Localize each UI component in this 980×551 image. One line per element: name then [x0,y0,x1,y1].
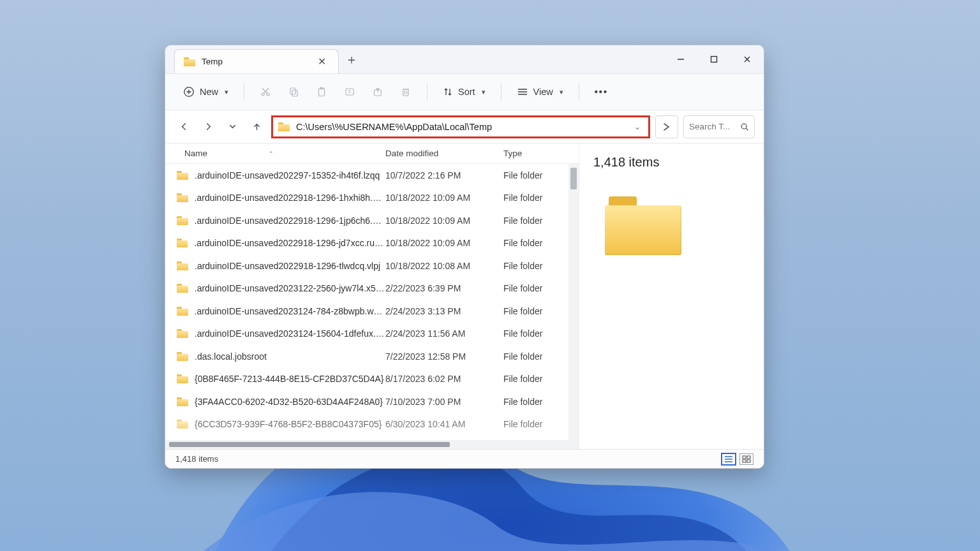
folder-icon [177,397,188,406]
file-name: .arduinoIDE-unsaved2022918-1296-jd7xcc.r… [194,238,385,248]
column-name[interactable]: Name ⌃ [184,149,385,158]
rename-button[interactable] [338,82,362,101]
sort-button[interactable]: Sort ▾ [436,83,492,101]
file-type: File folder [503,283,561,293]
svg-rect-15 [346,89,353,95]
table-row[interactable]: .arduinoIDE-unsaved2022918-1296-jd7xcc.r… [165,232,579,255]
scrollbar-thumb[interactable] [169,442,450,447]
chevron-down-icon: ▾ [482,88,486,96]
new-tab-button[interactable]: ＋ [339,45,364,73]
search-box[interactable]: Search T... [683,115,755,138]
file-date: 10/18/2022 10:09 AM [385,216,503,226]
recent-button[interactable] [223,117,242,136]
scrollbar-thumb[interactable] [570,168,577,189]
file-name: .arduinoIDE-unsaved2023122-2560-jyw7l4.x… [195,283,385,293]
address-input[interactable] [296,122,625,132]
table-row[interactable]: .arduinoIDE-unsaved2022918-1296-1hxhi8h.… [165,187,579,210]
address-history-button[interactable]: ⌄ [632,122,643,131]
maximize-button[interactable] [697,45,731,73]
svg-rect-11 [290,88,295,94]
file-date: 10/7/2022 2:16 PM [385,170,503,180]
svg-rect-34 [747,460,750,462]
file-date: 2/22/2023 6:39 PM [385,283,503,293]
details-view-toggle[interactable] [722,453,736,465]
file-name: {6CC3D573-939F-4768-B5F2-BB8C04373F05} [195,419,382,429]
folder-icon [177,261,188,270]
file-type: File folder [503,419,561,429]
close-window-button[interactable] [731,45,764,73]
file-rows: .arduinoIDE-unsaved202297-15352-ih4t6f.l… [165,164,579,440]
file-name: .arduinoIDE-unsaved2022918-1296-tlwdcq.v… [195,261,380,271]
vertical-scrollbar[interactable] [568,164,579,440]
thumbnails-view-toggle[interactable] [739,453,754,465]
sort-label: Sort [458,87,475,97]
file-name: {3FA4ACC0-6202-4D32-B520-63D4A4F248A0} [195,397,383,407]
svg-rect-19 [403,89,408,96]
table-row[interactable]: .arduinoIDE-unsaved2022918-1296-tlwdcq.v… [165,254,579,277]
table-row[interactable]: {0B8F465F-7213-444B-8E15-CF2BD37C5D4A}8/… [165,368,579,391]
column-date[interactable]: Date modified [385,149,503,158]
svg-line-27 [746,128,748,130]
view-button[interactable]: View ▾ [510,83,570,101]
copy-icon [288,86,299,98]
chevron-down-icon: ▾ [560,88,563,96]
folder-icon [177,171,188,180]
delete-button[interactable] [394,82,418,101]
sort-icon [443,87,453,97]
file-type: File folder [503,261,561,271]
status-item-count: 1,418 items [175,454,218,464]
view-label: View [533,87,553,97]
share-button[interactable] [366,82,390,101]
table-row[interactable]: .das.local.jobsroot7/22/2023 12:58 PMFil… [165,345,579,368]
scissors-icon [260,86,271,98]
close-tab-button[interactable]: ✕ [313,55,330,68]
tab-temp[interactable]: Temp ✕ [174,49,339,73]
table-row[interactable]: .arduinoIDE-unsaved2023122-2560-jyw7l4.x… [165,277,579,300]
table-row[interactable]: .arduinoIDE-unsaved202297-15352-ih4t6f.l… [165,164,579,187]
file-type: File folder [503,374,561,384]
details-pane: 1,418 items [579,143,764,449]
titlebar: Temp ✕ ＋ [165,45,764,73]
file-date: 6/30/2023 10:41 AM [385,419,503,429]
file-type: File folder [503,193,561,203]
file-date: 10/18/2022 10:08 AM [385,261,503,271]
svg-rect-12 [292,90,297,96]
cut-button[interactable] [253,82,278,101]
folder-icon [177,374,188,383]
window-controls [664,45,764,73]
minimize-button[interactable] [664,45,697,73]
file-list: Name ⌃ Date modified Type .arduinoIDE-un… [165,143,579,449]
new-button[interactable]: New ▾ [177,82,235,101]
file-date: 10/18/2022 10:09 AM [385,238,503,248]
table-row[interactable]: .arduinoIDE-unsaved2023124-784-z8bwpb.wy… [165,300,579,323]
file-type: File folder [503,306,561,316]
column-headers: Name ⌃ Date modified Type [165,143,579,164]
table-row[interactable]: .arduinoIDE-unsaved2022918-1296-1jp6ch6.… [165,209,579,232]
file-date: 10/18/2022 10:09 AM [385,193,503,203]
copy-button[interactable] [281,82,306,101]
file-type: File folder [503,351,561,362]
folder-icon [278,122,290,131]
horizontal-scrollbar[interactable] [165,440,579,449]
separator [579,83,579,101]
forward-button[interactable] [198,117,218,136]
file-name: .arduinoIDE-unsaved202297-15352-ih4t6f.l… [195,170,380,180]
table-row[interactable]: {3FA4ACC0-6202-4D32-B520-63D4A4F248A0}7/… [165,390,579,413]
address-bar[interactable]: ⌄ [271,115,650,138]
more-button[interactable]: ••• [588,83,614,101]
list-view-icon [517,87,528,96]
file-name: .arduinoIDE-unsaved2023124-15604-1dfefux… [195,328,385,339]
back-button[interactable] [174,117,193,136]
folder-preview-icon [605,196,681,255]
svg-rect-32 [747,456,750,459]
search-placeholder: Search T... [689,122,736,131]
column-type[interactable]: Type [503,149,561,158]
file-name: .arduinoIDE-unsaved2022918-1296-1hxhi8h.… [195,193,385,203]
tab-title: Temp [202,57,306,66]
table-row[interactable]: .arduinoIDE-unsaved2023124-15604-1dfefux… [165,323,579,346]
file-type: File folder [503,216,561,226]
go-button[interactable] [655,115,678,138]
paste-button[interactable] [309,82,334,101]
table-row[interactable]: {6CC3D573-939F-4768-B5F2-BB8C04373F05}6/… [165,413,579,436]
up-button[interactable] [247,117,266,136]
